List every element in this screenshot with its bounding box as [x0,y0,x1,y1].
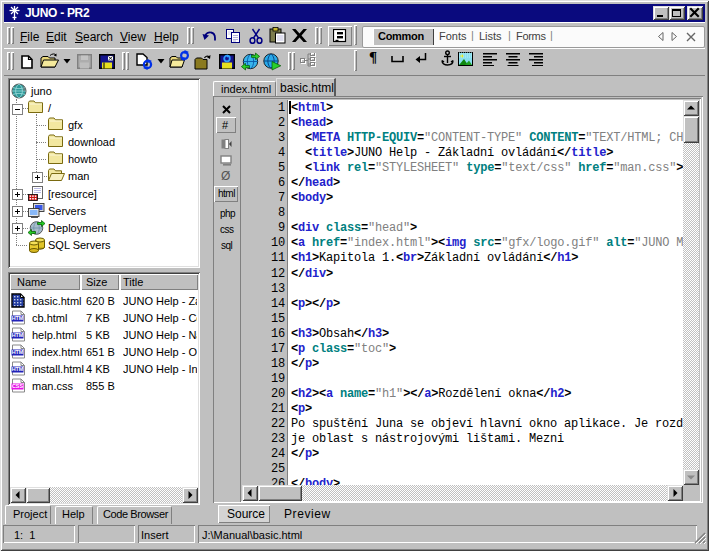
svg-text:HTM: HTM [12,332,24,338]
svg-text:CSS: CSS [12,383,23,389]
svg-text:HTM: HTM [12,315,24,321]
svg-text:HTM: HTM [12,349,24,355]
svg-text:HTM: HTM [12,366,24,372]
